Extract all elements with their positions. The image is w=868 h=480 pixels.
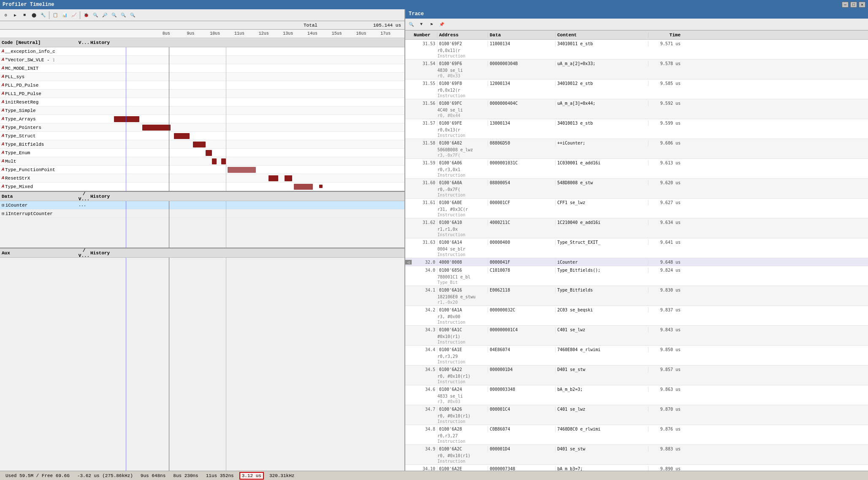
type-mixed-text: Type_Mixed (5, 184, 33, 189)
trace-cell-content: 7460D8C0 e_rlwimi (556, 426, 648, 432)
data-section-v: / V... (78, 191, 90, 202)
profiler-timeline-panel: ⚙ ▶ ■ ⬤ 🔧 📋 📊 📈 🐞 🔍 🔎 🔍 🔍 🔍 Total (0, 9, 405, 471)
trace-cell-content: 34010011 e_stb (556, 41, 648, 46)
time-ruler-labels: 8us 9us 10us 11us 12us 13us 14us 15us 16… (78, 31, 398, 36)
trace-cell-data: 12000134 (488, 81, 556, 86)
trace-cell-content: 548D8008 e_stw (556, 180, 648, 185)
settings-button[interactable]: ⚙ (2, 11, 10, 19)
trace-row[interactable]: 31.630100'6A1400000400Type_Struct_EXIT_9… (405, 238, 868, 258)
trace-cell-address: 0100'6A06 (437, 160, 488, 166)
type-struct-text: Type_Struct (5, 134, 36, 139)
maximize-button[interactable]: □ (850, 2, 857, 8)
trace-row[interactable]: 31.610100'6A0E000001CFCFF1 se_lwz9.627 u… (405, 199, 868, 218)
trace-cell-time: 9.830 us (648, 287, 682, 293)
code-row-type-bitfields: A Type_Bitfields (0, 140, 404, 149)
trace-cell-time: 9.824 us (648, 267, 682, 273)
code-row-history-6 (89, 98, 404, 106)
code-row-history-8 (89, 115, 404, 123)
trace-rows-container[interactable]: 31.530100'69F21100013434010011 e_stb9.57… (405, 40, 868, 471)
trace-row[interactable]: 31.590100'6A060000001031C1C030001 e_add1… (405, 159, 868, 179)
trace-row[interactable]: 34.50100'6A220000001D4D401 se_stw9.857 u… (405, 365, 868, 385)
code-row-label-type-bitfields: A Type_Bitfields (0, 142, 76, 147)
status-time1: 9us 648ns (138, 472, 168, 479)
trace-header-address: Address (437, 33, 488, 38)
zoom-out-button[interactable]: 🔎 (100, 11, 109, 19)
trace-row[interactable]: 31.580100'6A0208806D50++iCounter;9.606 u… (405, 139, 868, 159)
type-mixed-icon: A (2, 184, 4, 189)
type-enum-icon: A (2, 150, 4, 155)
vector-text: "Vector_SW_VLE - : (5, 57, 55, 63)
trace-cell-number: 31.54 (412, 61, 437, 66)
trace-row[interactable]: 31.540100'69F60000000304BuA_m_a[2]=0x33;… (405, 60, 868, 79)
trace-row[interactable]: 34.30100'6A1C000000001C4C401 se_lwz9.843… (405, 326, 868, 346)
icounter-text: iCounter (5, 203, 28, 208)
trace-row[interactable]: 34.90100'6A2C000001D4D401 se_stw9.883 us… (405, 445, 868, 465)
trace-row[interactable]: 34.40100'6A1E04E860747460E804 e_rlwimi9.… (405, 346, 868, 365)
config-button[interactable]: 🔧 (39, 11, 47, 19)
trace-row[interactable]: 31.620100'6A104000211C1C210040 e_add16i9… (405, 218, 868, 238)
trace-row[interactable]: ◁32.04000'00080000041FiCounter9.648 us (405, 258, 868, 266)
trace-row[interactable]: 31.560100'69FC0000000404CuA_m_a[3]=0x44;… (405, 99, 868, 119)
trace-row[interactable]: 34.10100'6A16E0062118Type_Bitfields9.830… (405, 286, 868, 306)
zoom-in-button[interactable]: 🔍 (91, 11, 100, 19)
code-row-history-7 (89, 106, 404, 115)
trace-row[interactable]: 31.530100'69F21100013434010011 e_stb9.57… (405, 40, 868, 60)
code-row-label-type-enum: A Type_Enum (0, 150, 76, 155)
trace-row-detail2: Instruction (405, 458, 868, 464)
data-row-iinterrupt[interactable]: ⊞ iInterruptCounter (0, 210, 404, 218)
zoom-reset-button[interactable]: 🔍 (119, 11, 127, 19)
trace-row[interactable]: 34.20100'6A1A000000032C2C03 se_beqski9.8… (405, 306, 868, 326)
trace-row[interactable]: 34.70100'6A26000001C4C401 se_lwz9.870 us… (405, 405, 868, 425)
aux-vline-yellow (226, 258, 226, 471)
trace-row[interactable]: 34.100100'6A2E0000007348bA_m_b3=7;9.890 … (405, 465, 868, 471)
code-row-label-exception-info: A __exception_info_c (0, 49, 76, 54)
run-button[interactable]: ▶ (11, 11, 19, 19)
zoom-custom-button[interactable]: 🔍 (128, 11, 137, 19)
trace-row[interactable]: 31.600100'6A0A08800054548D8008 e_stw9.62… (405, 179, 868, 199)
trace-row[interactable]: 31.570100'69FE1300013434010013 e_stb9.59… (405, 119, 868, 139)
trace-row-detail1: r0,r3,29 (405, 353, 868, 359)
trace-pin-btn[interactable]: 📌 (437, 20, 446, 29)
trace-cell-time: 9.578 us (648, 61, 682, 66)
trace-row[interactable]: 31.550100'69F81200013434010012 e_stb9.58… (405, 79, 868, 99)
trace-cell-address: 0100'6A22 (437, 367, 488, 372)
trace-row[interactable]: 34.00100'6856C1010078Type_Bitfields();9.… (405, 266, 868, 286)
code-section-v: V... (78, 40, 90, 45)
code-row-label-type-arrays: A Type_Arrays (0, 117, 76, 122)
minimize-button[interactable]: — (842, 2, 849, 8)
aux-vline-dark (169, 258, 169, 471)
trace-cell-content: 1C030001 e_add16i (556, 160, 648, 166)
trace-filter-btn[interactable]: ▼ (417, 20, 426, 29)
close-button[interactable]: ✕ (859, 2, 865, 8)
data-row-icounter[interactable]: ⊞ iCounter ... (0, 201, 404, 210)
trace-cell-data: 11000134 (488, 41, 556, 46)
trace-row[interactable]: 34.80100'6A28C0B860747460D8C0 e_rlwimi9.… (405, 425, 868, 445)
trace-search-btn[interactable]: 🔍 (407, 20, 415, 29)
stop-button[interactable]: ■ (20, 11, 29, 19)
record-button[interactable]: ⬤ (30, 11, 38, 19)
graph-button[interactable]: 📈 (70, 11, 78, 19)
copy-button[interactable]: 📋 (51, 11, 60, 19)
timeline-total: Total 105.144 us (0, 21, 404, 30)
type-struct-icon: A (2, 134, 4, 138)
debug-button[interactable]: 🐞 (82, 11, 90, 19)
data-row-history-icounter (89, 201, 404, 210)
trace-cell-time: 9.857 us (648, 367, 682, 372)
trace-row[interactable]: 34.60100'6A240000003348bA_m_b2=3;9.863 u… (405, 385, 868, 405)
time-label-9us: 9us (179, 31, 203, 36)
code-row-label-mult: A Mult (0, 159, 76, 164)
chart-button[interactable]: 📊 (60, 11, 69, 19)
status-memory: Used 59.5M / Free 69.6G (3, 472, 72, 479)
code-section: Code [Neutral] V... History A (0, 38, 404, 192)
bar-reset-strx-1 (269, 175, 278, 181)
trace-cell-address: 0100'6A10 (437, 220, 488, 225)
code-row-history-3 (89, 73, 404, 81)
trace-row-detail2: r0, #0x44 (405, 113, 868, 119)
code-row-pll-pd: A PLL_PD_Pulse (0, 81, 404, 90)
code-row-history-13 (89, 157, 404, 166)
code-row-history-14 (89, 166, 404, 174)
zoom-fit-button[interactable]: 🔍 (110, 11, 118, 19)
trace-marker-arrow[interactable]: ◁ (405, 260, 412, 265)
code-row-label-pll1-pd: A PLL1_PD_Pulse (0, 91, 76, 96)
trace-flag-btn[interactable]: ⚑ (427, 20, 436, 29)
